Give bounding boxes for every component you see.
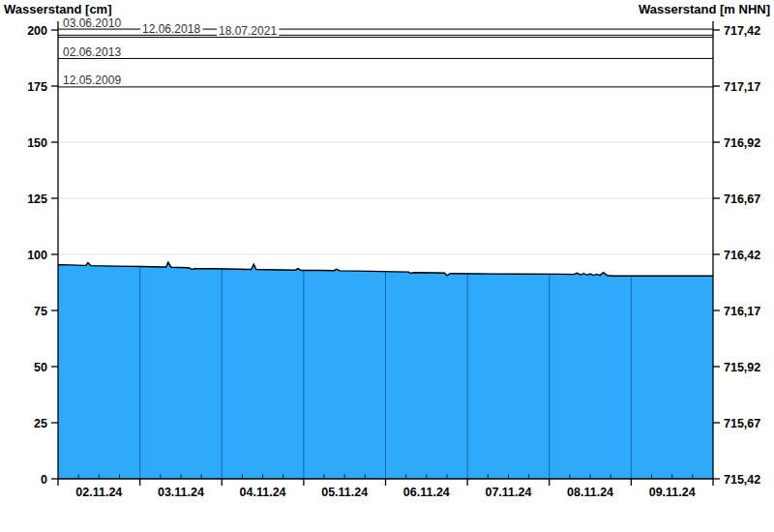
right-axis-title: Wasserstand [m NHN] — [639, 2, 770, 16]
x-axis-date-label: 08.11.24 — [567, 486, 613, 499]
y-right-tick-label: 717,17 — [724, 80, 760, 94]
x-axis-date-label: 07.11.24 — [485, 486, 531, 499]
y-right-tick-label: 716,42 — [724, 249, 760, 262]
reference-line-label: 12.05.2009 — [63, 74, 121, 87]
x-axis-date-label: 06.11.24 — [403, 486, 450, 499]
x-axis-date-label: 02.11.24 — [75, 486, 122, 499]
y-left-tick-label: 200 — [27, 24, 47, 38]
x-axis-date-label: 03.11.24 — [158, 486, 204, 499]
reference-line-label: 02.06.2013 — [63, 45, 121, 59]
x-axis-date-label: 04.11.24 — [240, 486, 286, 499]
y-right-tick-label: 716,92 — [724, 136, 760, 150]
y-left-tick-label: 50 — [34, 361, 47, 374]
reference-lines: 03.06.201012.06.201818.07.202102.06.2013… — [58, 16, 713, 88]
reference-line-label: 18.07.2021 — [219, 24, 277, 38]
y-left-tick-label: 175 — [27, 80, 47, 94]
left-axis-title: Wasserstand [cm] — [4, 2, 112, 16]
y-left-tick-label: 75 — [34, 305, 47, 318]
y-right-tick-label: 717,42 — [724, 24, 760, 38]
x-axis-date-label: 09.11.24 — [649, 486, 696, 499]
water-level-chart: Wasserstand [cm] Wasserstand [m NHN] 03.… — [0, 0, 774, 532]
y-right-tick-label: 715,92 — [724, 361, 760, 374]
y-left-tick-label: 150 — [27, 136, 47, 150]
y-left-tick-label: 25 — [34, 417, 47, 430]
y-left-tick-label: 100 — [27, 249, 47, 262]
x-axis-date-label: 05.11.24 — [321, 486, 368, 499]
y-left-tick-label: 125 — [27, 192, 47, 206]
y-left-tick-label: 0 — [41, 473, 47, 487]
reference-line-label: 03.06.2010 — [63, 16, 121, 30]
y-right-tick-label: 715,67 — [724, 417, 760, 430]
y-right-tick-label: 715,42 — [724, 473, 760, 487]
y-right-tick-label: 716,17 — [724, 305, 760, 318]
reference-line-label: 12.06.2018 — [142, 22, 200, 36]
y-right-tick-label: 716,67 — [724, 192, 760, 206]
